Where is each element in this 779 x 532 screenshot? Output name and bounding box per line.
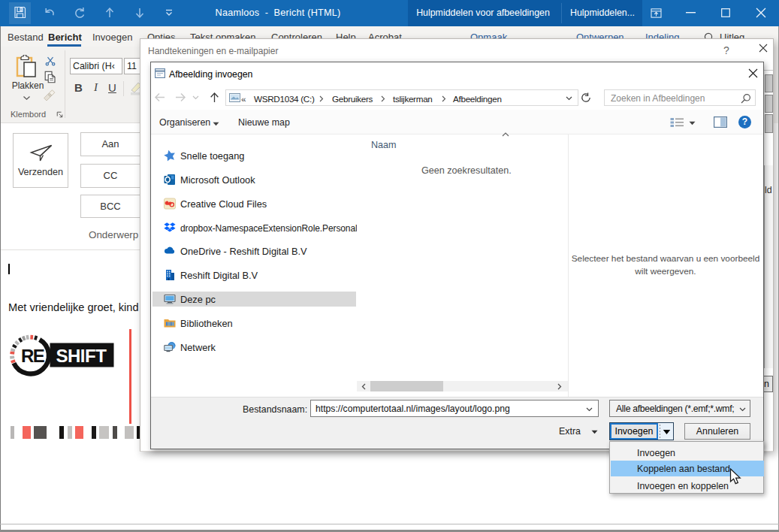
svg-text:SHIFT: SHIFT <box>56 346 107 366</box>
svg-text:RE: RE <box>21 346 45 366</box>
